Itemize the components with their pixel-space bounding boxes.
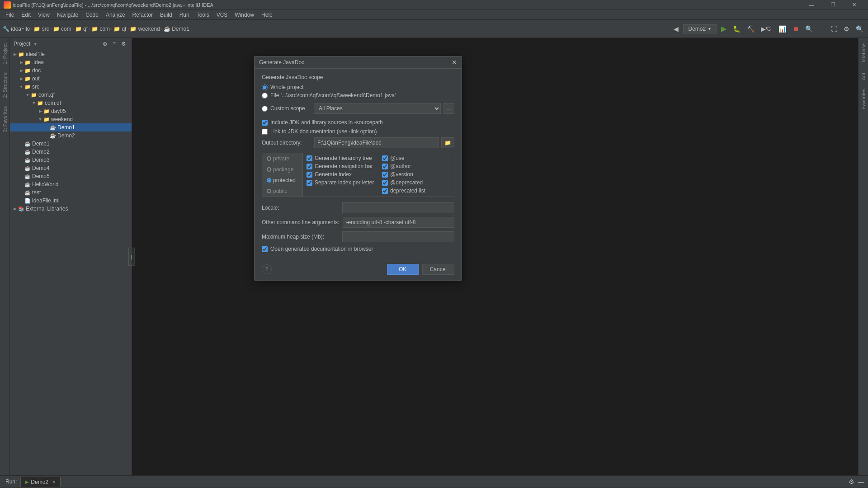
search-button[interactable]: 🔍 [854,24,865,33]
restore-button[interactable]: ❐ [823,0,843,10]
tree-item-demo5[interactable]: ☕ Demo5 [10,172,132,180]
menu-refactor[interactable]: Refactor [129,11,156,19]
custom-scope-select[interactable]: All Places Project Files Module Files [314,103,441,114]
stop-button[interactable]: ⏹ [791,24,801,33]
menu-view[interactable]: View [34,11,53,19]
opt-nav-bar-checkbox[interactable] [307,164,312,169]
scope-file[interactable]: File '...\\src\\com\\qf\\com\\qf\\weeken… [262,92,454,99]
breadcrumb-item[interactable]: 📁 weekend [130,26,160,32]
opt-author-checkbox[interactable] [382,164,388,169]
opt-use[interactable]: @use [382,155,450,161]
tree-item-doc[interactable]: ▶ 📁 doc [10,66,132,75]
include-jdk-checkbox[interactable] [262,120,268,126]
opt-separate-index-checkbox[interactable] [307,180,312,186]
access-private[interactable]: private [262,153,302,164]
opt-deprecated-checkbox[interactable] [382,180,388,186]
tab-favorites-right[interactable]: Favorites [860,85,867,113]
menu-run[interactable]: Run [176,11,193,19]
run-tab-close[interactable]: ✕ [52,479,56,484]
tree-item-weekend[interactable]: ▼ 📁 weekend [10,115,132,123]
custom-scope-btn[interactable]: ... [443,103,454,114]
tree-item-demo1-file[interactable]: ☕ Demo1 [10,123,132,131]
ok-button[interactable]: OK [387,264,419,275]
opt-hierarchy-tree-checkbox[interactable] [307,155,312,161]
opt-deprecated-list[interactable]: deprecated list [382,188,450,194]
tree-item-comqf1[interactable]: ▼ 📁 com.qf [10,91,132,99]
breadcrumb-item[interactable]: 📁 com [53,26,71,32]
menu-help[interactable]: Help [258,11,276,19]
settings-button[interactable]: ⚙ [842,24,851,33]
sidebar-add-button[interactable]: ⊕ [101,40,109,48]
locale-input[interactable] [342,202,454,213]
menu-build[interactable]: Build [156,11,176,19]
breadcrumb-item[interactable]: 📁 src [33,26,49,32]
tab-ant[interactable]: Ant [860,69,867,84]
breadcrumb-item[interactable]: 📁 qf [113,26,126,32]
access-public[interactable]: public [262,186,302,197]
menu-tools[interactable]: Tools [193,11,213,19]
tree-item-demo4[interactable]: ☕ Demo4 [10,164,132,172]
fullscreen-button[interactable]: ⛶ [829,24,839,33]
tree-item-ext-libs[interactable]: ▶ 📚 External Libraries [10,205,132,213]
opt-nav-bar[interactable]: Generate navigation bar [307,163,375,169]
tree-item-demo1[interactable]: ☕ Demo1 [10,140,132,148]
opt-separate-index[interactable]: Separate index per letter [307,179,375,186]
tree-item-demo2-file[interactable]: ☕ Demo2 [10,131,132,140]
access-package[interactable]: package [262,164,302,175]
open-browser-checkbox[interactable] [262,246,268,252]
tree-item-comqf2[interactable]: ▼ 📁 com.qf [10,99,132,107]
menu-window[interactable]: Window [231,11,258,19]
opt-deprecated-list-checkbox[interactable] [382,188,388,194]
opt-version-checkbox[interactable] [382,172,388,178]
tree-item-src[interactable]: ▼ 📁 src [10,83,132,91]
opt-deprecated[interactable]: @deprecated [382,179,450,186]
scope-file-radio[interactable] [262,93,268,99]
menu-navigate[interactable]: Navigate [53,11,82,19]
run-config-selector[interactable]: Demo2 ▼ [683,24,717,33]
scope-custom-radio[interactable] [262,106,268,112]
coverage-button[interactable]: ▶🛡 [759,24,774,33]
run-settings-button[interactable]: ⚙ [847,477,856,486]
output-dir-browse-button[interactable]: 📁 [441,137,454,148]
tab-project[interactable]: 1: Project [1,40,9,68]
run-tab-demo2[interactable]: ▶ Demo2 ✕ [20,477,61,487]
breadcrumb-item[interactable]: 🔧 ideaFile [3,26,30,32]
dialog-close-button[interactable]: ✕ [452,59,457,66]
link-jdk-checkbox[interactable] [262,129,268,135]
build-button[interactable]: 🔨 [745,24,756,33]
tree-item-idea[interactable]: ▶ 📁 .idea [10,58,132,66]
opt-use-checkbox[interactable] [382,155,388,161]
access-protected[interactable]: protected [262,175,302,186]
run-button[interactable]: ▶ [719,23,728,34]
minimize-button[interactable]: — [802,0,822,10]
tab-database[interactable]: Database [860,40,867,68]
cmdargs-input[interactable] [343,217,454,228]
tree-item-demo2[interactable]: ☕ Demo2 [10,148,132,156]
profiler-button[interactable]: 📊 [777,24,788,33]
output-dir-input[interactable] [314,137,439,148]
tree-item-helloworld[interactable]: ☕ HelloWorld [10,180,132,188]
back-button[interactable]: ◀ [672,24,680,33]
tab-favorites[interactable]: 3: Favorites [1,103,9,136]
breadcrumb-item[interactable]: 📁 com [91,26,110,32]
help-button[interactable]: ? [262,264,272,274]
opt-index-checkbox[interactable] [307,172,312,178]
menu-code[interactable]: Code [82,11,102,19]
opt-index[interactable]: Generate index [307,171,375,178]
search-everywhere-button[interactable]: 🔍 [803,24,815,33]
tree-item-ideafile[interactable]: ▶ 📁 ideaFile [10,50,132,58]
opt-version[interactable]: @version [382,171,450,178]
tree-item-test[interactable]: ☕ test [10,188,132,197]
tree-item-day05[interactable]: ▶ 📁 day05 [10,107,132,115]
run-minimize-button[interactable]: — [856,477,866,486]
tab-structure[interactable]: 2: Structure [1,69,9,102]
sidebar-settings-button[interactable]: ≡ [111,40,118,48]
breadcrumb-item[interactable]: ☕ Demo1 [164,26,189,32]
breadcrumb-item[interactable]: 📁 qf [75,26,88,32]
cancel-button[interactable]: Cancel [422,264,454,275]
menu-analyze[interactable]: Analyze [102,11,129,19]
menu-vcs[interactable]: VCS [213,11,231,19]
sidebar-gear-button[interactable]: ⚙ [119,40,128,48]
heap-input[interactable] [342,231,454,242]
menu-file[interactable]: File [2,11,18,19]
